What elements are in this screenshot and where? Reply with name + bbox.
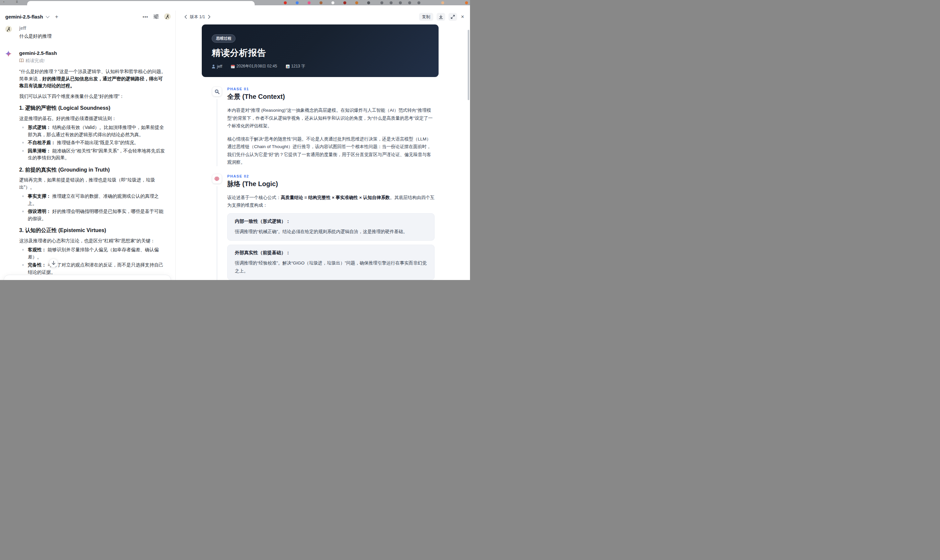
section-desc: 这涉及推理者的心态和方法论，也是区分“杠精”和“思想家”的关键： [19, 237, 167, 245]
expand-button[interactable] [448, 13, 457, 21]
copy-button[interactable]: 复制 [419, 13, 433, 21]
chat-header: gemini-2.5-flash + ••• [0, 11, 175, 23]
assistant-paragraph: 我们可以从以下四个维度来衡量什么是“好的推理”： [19, 93, 167, 100]
next-version-icon[interactable] [208, 15, 211, 19]
version-label: 版本 1/1 [190, 14, 205, 20]
card-title: 外部真实性（前提基础）： [235, 250, 427, 256]
phase-paragraph: 核心情境在于解决“思考的随意性”问题。不论是人类通过批判性思维进行决策，还是大语… [227, 135, 435, 166]
magnifier-icon [215, 89, 220, 94]
tune-settings-icon[interactable] [154, 14, 159, 19]
phase-section-1: PHASE 01 全景 (The Context) 本内容是对“推理 (Reas… [212, 87, 439, 166]
user-avatar [5, 26, 12, 32]
arrow-down-icon [52, 261, 55, 265]
extension-icon[interactable] [355, 2, 358, 4]
artifact-toolbar: 版本 1/1 复制 × [176, 11, 470, 23]
list-item: 客观性： 能够识别并尽量排除个人偏见（如幸存者偏差、确认偏差）。 [19, 246, 167, 260]
extension-icon[interactable] [284, 2, 287, 4]
composer-input[interactable]: 思维接口已就绪，请传输指令。 [11, 280, 164, 280]
list-item: 事实支撑： 推理建立在可靠的数据、准确的观测或公认的真理之上。 [19, 193, 167, 207]
section-desc: 逻辑再完美，如果前提是错误的，推理也是垃圾（即“垃圾进，垃圾出”）。 [19, 177, 167, 191]
scrollbar-thumb[interactable] [468, 30, 469, 100]
chevron-down-icon[interactable] [46, 14, 49, 18]
more-options-icon[interactable]: ••• [143, 14, 148, 19]
extension-icon[interactable] [308, 2, 311, 4]
person-icon [212, 65, 215, 68]
bar-chart-icon [286, 65, 290, 68]
section-desc: 这是推理的基石。好的推理必须遵循逻辑法则： [19, 115, 167, 122]
section-heading: 1. 逻辑的严密性 (Logical Soundness) [19, 105, 167, 112]
card-text: 强调推理的“机械正确”。结论必须在给定的规则系统内逻辑自洽，这是推理的硬件基础。 [235, 228, 427, 236]
gemini-logo-icon [5, 51, 12, 57]
timeline-line [217, 99, 217, 166]
new-chat-button[interactable]: + [55, 14, 58, 20]
extension-icon[interactable] [296, 2, 299, 4]
report-badge: 思维过程 [212, 34, 236, 43]
phase-title: 全景 (The Context) [227, 92, 435, 101]
bullet-list: 事实支撑： 推理建立在可靠的数据、准确的观测或公认的真理之上。 假设透明： 好的… [19, 193, 167, 222]
dimension-card: 内部一致性（形式逻辑）： 强调推理的“机械正确”。结论必须在给定的规则系统内逻辑… [227, 213, 435, 241]
fullscreen-icon [451, 15, 455, 19]
extension-icon[interactable] [390, 2, 393, 4]
assistant-model-name: gemini-2.5-flash [19, 50, 167, 56]
download-button[interactable] [437, 13, 445, 21]
user-avatar[interactable] [164, 13, 171, 20]
assistant-message: gemini-2.5-flash 精读完成! “什么是好的推理？”这是一个涉及逻… [5, 50, 167, 280]
chat-message-list[interactable]: jeff 什么是好的推理 [0, 23, 175, 280]
phase1-icon-card [212, 87, 222, 96]
version-nav: 版本 1/1 [184, 14, 211, 20]
card-text: 强调推理的“经验校准”。解决“GIGO（垃圾进，垃圾出）”问题，确保推理引擎运行… [235, 259, 427, 275]
extension-icon[interactable] [331, 2, 334, 4]
extension-icon[interactable] [418, 2, 421, 4]
section-heading: 3. 认知的公正性 (Epistemic Virtues) [19, 227, 167, 234]
report-word-count: 1213 字 [286, 63, 305, 69]
phase-title: 脉络 (The Logic) [227, 180, 435, 188]
app-window: ◔ ⠿ ≡ gemini-2.5-flash + ••• [0, 0, 470, 280]
list-item: 因果清晰： 能准确区分“相关性”和“因果关系”，不会轻率地将先后发生的事情归为因… [19, 148, 167, 162]
download-icon [439, 15, 443, 19]
timeline-line [217, 186, 217, 280]
bullet-list: 形式逻辑： 结构必须有效（Valid）。比如演绎推理中，如果前提全部为真，那么通… [19, 124, 167, 162]
phase-paragraph: 本内容是对“推理 (Reasoning)”这一抽象概念的高层建模。在知识爆炸与人… [227, 106, 435, 130]
extension-icon[interactable] [319, 2, 322, 4]
report-date: 2026年01月08日 02:45 [231, 63, 277, 69]
assistant-status-text: 精读完成! [25, 57, 45, 65]
extension-icon[interactable] [399, 2, 402, 4]
browser-apps-icon[interactable]: ⠿ [16, 0, 18, 4]
report-meta: jeff 2026年01月08日 02:45 1213 字 [212, 63, 428, 69]
extension-icon[interactable] [381, 2, 383, 4]
card-title: 内部一致性（形式逻辑）： [235, 218, 427, 225]
report-hero-card: 思维过程 精读分析报告 jeff 2026年01月08日 02:45 [202, 25, 439, 77]
dimension-card: 外部真实性（前提基础）： 强调推理的“经验校准”。解决“GIGO（垃圾进，垃圾出… [227, 245, 435, 280]
extension-icon[interactable] [367, 2, 370, 4]
extension-icon[interactable] [343, 2, 346, 4]
browser-chrome-strip: ◔ ⠿ ≡ [0, 0, 470, 5]
assistant-paragraph: “什么是好的推理？”这是一个涉及逻辑学、认知科学和哲学核心的问题。简单来说，好的… [19, 68, 167, 89]
previous-version-icon[interactable] [184, 15, 187, 19]
app-body: gemini-2.5-flash + ••• [0, 5, 470, 280]
list-item: 假设透明： 好的推理会明确指明哪些是已知事实，哪些是基于可能的假设。 [19, 208, 167, 222]
chat-panel: gemini-2.5-flash + ••• [0, 11, 175, 280]
report-content[interactable]: 思维过程 精读分析报告 jeff 2026年01月08日 02:45 [176, 23, 470, 280]
conversation-title[interactable]: gemini-2.5-flash [5, 14, 43, 20]
report-author: jeff [212, 64, 222, 69]
phase-paragraph: 该论述基于一个核心公式：高质量结论 = 结构完整性 × 事实准确性 × 认知自律… [227, 194, 435, 209]
user-name: jeff [19, 25, 52, 31]
section-heading: 2. 前提的真实性 (Grounding in Truth) [19, 166, 167, 174]
artifact-panel: 版本 1/1 复制 × 思维 [176, 11, 470, 280]
brain-icon [214, 177, 220, 181]
list-item: 不自相矛盾： 推理链条中不能出现“既是又非”的情况。 [19, 139, 167, 146]
browser-profile-avatar[interactable] [441, 2, 444, 4]
phase-label: PHASE 02 [227, 174, 435, 178]
browser-reload-icon[interactable]: ◔ [3, 0, 4, 4]
list-item: 完备性： 考虑了对立的观点和潜在的反证，而不是只选择支持自己结论的证据。 [19, 262, 167, 276]
message-composer[interactable]: 思维接口已就绪，请传输指令。 [4, 275, 171, 280]
extension-icon[interactable] [465, 2, 468, 4]
user-message-text: 什么是好的推理 [19, 33, 52, 40]
close-panel-button[interactable]: × [461, 14, 464, 20]
assistant-status: 精读完成! [19, 57, 167, 65]
book-icon [19, 58, 24, 63]
scroll-to-bottom-button[interactable] [49, 258, 58, 268]
list-item: 形式逻辑： 结构必须有效（Valid）。比如演绎推理中，如果前提全部为真，那么通… [19, 124, 167, 138]
extension-icon[interactable] [408, 2, 411, 4]
user-message: jeff 什么是好的推理 [5, 25, 167, 40]
